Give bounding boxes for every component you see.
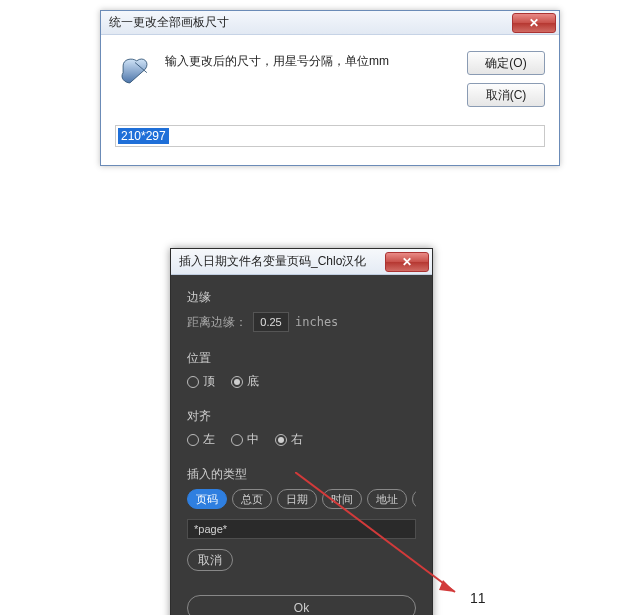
radio-icon (187, 376, 199, 388)
insert-type-chips: 页码 总页 日期 时间 地址 文件名 (187, 489, 416, 509)
close-icon: ✕ (402, 255, 412, 269)
section-insert-label: 插入的类型 (187, 466, 416, 483)
variable-text-input[interactable] (187, 519, 416, 539)
margin-input[interactable]: 0.25 (253, 312, 289, 332)
radio-label: 右 (291, 431, 303, 448)
margin-label: 距离边缘： (187, 314, 247, 331)
dialog2-body: 边缘 距离边缘： 0.25 inches 位置 顶 底 对齐 左 (171, 275, 432, 615)
position-radios: 顶 底 (187, 373, 416, 390)
chip-pagenum[interactable]: 页码 (187, 489, 227, 509)
radio-label: 左 (203, 431, 215, 448)
margin-unit: inches (295, 315, 338, 329)
margin-row: 距离边缘： 0.25 inches (187, 312, 416, 332)
dialog1-close-button[interactable]: ✕ (512, 13, 556, 33)
dialog1-buttons: 确定(O) 取消(C) (467, 51, 545, 107)
dialog2-title: 插入日期文件名变量页码_Chlo汉化 (179, 253, 366, 270)
dialog1-message: 输入更改后的尺寸，用星号分隔，单位mm (165, 51, 457, 70)
section-position-label: 位置 (187, 350, 416, 367)
resize-artboards-dialog: 统一更改全部画板尺寸 ✕ 输入更改后的尺寸，用星号分隔，单位mm (100, 10, 560, 166)
radio-align-left[interactable]: 左 (187, 431, 215, 448)
size-input[interactable]: 210*297 (115, 125, 545, 147)
dialog1-input-row: 210*297 (115, 125, 545, 147)
chip-time[interactable]: 时间 (322, 489, 362, 509)
dialog2-close-button[interactable]: ✕ (385, 252, 429, 272)
chip-totalpages[interactable]: 总页 (232, 489, 272, 509)
ok-button[interactable]: 确定(O) (467, 51, 545, 75)
dialog1-titlebar: 统一更改全部画板尺寸 ✕ (101, 11, 559, 35)
radio-icon (187, 434, 199, 446)
insert-variable-dialog: 插入日期文件名变量页码_Chlo汉化 ✕ 边缘 距离边缘： 0.25 inche… (170, 248, 433, 615)
size-input-value: 210*297 (118, 128, 169, 144)
dialog1-title: 统一更改全部画板尺寸 (109, 14, 229, 31)
radio-label: 底 (247, 373, 259, 390)
radio-icon (231, 434, 243, 446)
radio-position-top[interactable]: 顶 (187, 373, 215, 390)
radio-label: 顶 (203, 373, 215, 390)
dialog1-body: 输入更改后的尺寸，用星号分隔，单位mm 确定(O) 取消(C) 210*297 (101, 35, 559, 165)
radio-icon (231, 376, 243, 388)
radio-label: 中 (247, 431, 259, 448)
align-radios: 左 中 右 (187, 431, 416, 448)
page-number: 11 (470, 590, 486, 606)
chip-path[interactable]: 地址 (367, 489, 407, 509)
radio-align-right[interactable]: 右 (275, 431, 303, 448)
section-margin-label: 边缘 (187, 289, 416, 306)
script-icon (115, 51, 155, 91)
chip-filename[interactable]: 文件名 (412, 489, 416, 509)
radio-align-center[interactable]: 中 (231, 431, 259, 448)
radio-position-bottom[interactable]: 底 (231, 373, 259, 390)
dialog2-ok-button[interactable]: Ok (187, 595, 416, 615)
dialog2-cancel-button[interactable]: 取消 (187, 549, 233, 571)
close-icon: ✕ (529, 16, 539, 30)
radio-icon (275, 434, 287, 446)
svg-marker-1 (439, 580, 455, 592)
chip-date[interactable]: 日期 (277, 489, 317, 509)
dialog1-content-row: 输入更改后的尺寸，用星号分隔，单位mm 确定(O) 取消(C) (115, 51, 545, 107)
cancel-button[interactable]: 取消(C) (467, 83, 545, 107)
section-align-label: 对齐 (187, 408, 416, 425)
dialog2-titlebar: 插入日期文件名变量页码_Chlo汉化 ✕ (171, 249, 432, 275)
